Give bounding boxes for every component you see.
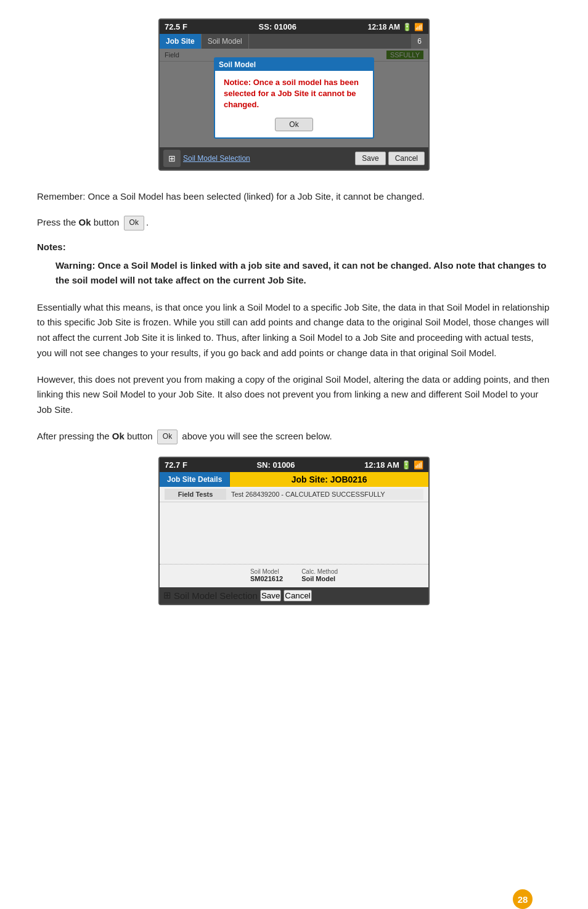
screen1-body: Field SSFULLY Soil Model Notice: Once a … — [160, 49, 428, 147]
screen1-save-button[interactable]: Save — [355, 152, 385, 165]
screen2-grid-icon: ⊞ — [163, 590, 171, 600]
device-screen-2: 72.7 F SN: 01006 12:18 AM 🔋 📶 Job Site D… — [158, 457, 430, 605]
screen2-soil-model-info: Soil Model SM021612 — [250, 568, 283, 582]
modal-ok-button[interactable]: Ok — [275, 118, 312, 131]
screen2-battery-icon: 🔋 — [401, 460, 411, 470]
battery-icon: 🔋 — [402, 23, 412, 31]
warning-text: Warning: Once a Soil Model is linked wit… — [55, 258, 551, 288]
screen2-calc-method-info: Calc. Method Soil Model — [301, 568, 338, 582]
screen2-footer-label[interactable]: Soil Model Selection — [174, 590, 258, 601]
notes-section: Notes: Warning: Once a Soil Model is lin… — [37, 242, 551, 288]
screen2-field-tests-val: Test 268439200 - CALCULATED SUCCESSFULLY — [226, 489, 423, 500]
screen2-temp: 72.7 F — [165, 460, 187, 470]
screen2-signal-icon: 📶 — [414, 460, 423, 470]
screen1-header: 72.5 F SS: 01006 12:18 AM 🔋 📶 — [160, 20, 428, 34]
screen2-job-title: Job Site: JOB0216 — [230, 475, 428, 484]
inline-ok-button-1[interactable]: Ok — [124, 216, 144, 230]
screen2-calc-method-val: Soil Model — [301, 575, 335, 582]
modal-box: Soil Model Notice: Once a soil model has… — [214, 57, 374, 139]
body-para3: However, this does not prevent you from … — [37, 372, 551, 418]
screen1-footer-label[interactable]: Soil Model Selection — [183, 154, 353, 163]
screen1-footer: ⊞ Soil Model Selection Save Cancel — [160, 147, 428, 169]
after-ok-line: After pressing the Ok button Ok above yo… — [37, 429, 551, 444]
screen1-time: 12:18 AM 🔋 📶 — [368, 23, 423, 31]
after-text-after: above you will see the screen below. — [182, 431, 332, 441]
screen1-tabs: Job Site Soil Model 6 — [160, 34, 428, 49]
body-para2: Essentially what this means, is that onc… — [37, 300, 551, 361]
screen2-body: Field Tests Test 268439200 - CALCULATED … — [160, 487, 428, 587]
screen2-bottom-info: Soil Model SM021612 Calc. Method Soil Mo… — [160, 564, 428, 587]
screen2-tab-jobsite[interactable]: Job Site Details — [160, 472, 230, 487]
screen2-time-icons: 12:18 AM 🔋 📶 — [364, 460, 423, 470]
screen2-field-tests-row: Field Tests Test 268439200 - CALCULATED … — [160, 487, 428, 502]
modal-title: Soil Model — [215, 59, 373, 71]
screen1-tab-soilmodel[interactable]: Soil Model — [202, 34, 249, 49]
inline-ok-button-2[interactable]: Ok — [157, 430, 178, 444]
screen2-empty-area — [160, 502, 428, 564]
press-bold: Ok — [79, 217, 91, 227]
signal-icon: 📶 — [414, 23, 423, 31]
screen1-temp: 72.5 F — [165, 22, 187, 31]
modal-overlay: Soil Model Notice: Once a soil model has… — [160, 49, 428, 147]
grid-icon: ⊞ — [168, 153, 176, 163]
screen2-header: 72.7 F SN: 01006 12:18 AM 🔋 📶 — [160, 458, 428, 472]
screen1-center-title: SS: 01006 — [187, 22, 368, 31]
screen2-soil-model-val: SM021612 — [250, 575, 283, 582]
screen1-cancel-button[interactable]: Cancel — [388, 152, 425, 165]
press-text-before: Press the — [37, 217, 79, 227]
screen2-field-tests-label: Field Tests — [165, 489, 226, 500]
after-text-mid: button — [125, 431, 153, 441]
screen2-soil-model-label: Soil Model — [250, 568, 279, 575]
screen2-footer: ⊞ Soil Model Selection Save Cancel — [160, 587, 428, 604]
screen1-tab-right-val: 6 — [411, 34, 428, 49]
device-screen-1: 72.5 F SS: 01006 12:18 AM 🔋 📶 Job Site S… — [158, 18, 430, 171]
modal-message: Notice: Once a soil model has been selec… — [224, 77, 364, 111]
press-text-after: button — [91, 217, 120, 227]
screen2-cancel-button[interactable]: Cancel — [284, 590, 312, 601]
screen2-footer-icon: ⊞ — [163, 590, 171, 601]
screen2-save-button[interactable]: Save — [260, 590, 281, 601]
screen2-tabs: Job Site Details Job Site: JOB0216 — [160, 472, 428, 487]
screen2-time: 12:18 AM — [364, 460, 399, 470]
notes-heading: Notes: — [37, 242, 551, 252]
footer-icon: ⊞ — [163, 150, 181, 167]
screen2-calc-method-label: Calc. Method — [301, 568, 338, 575]
after-bold: Ok — [112, 431, 125, 441]
after-text-before: After pressing the — [37, 431, 112, 441]
page-number: 28 — [513, 889, 533, 909]
body-para1: Remember: Once a Soil Model has been sel… — [37, 189, 551, 204]
screen1-tab-jobsite[interactable]: Job Site — [160, 34, 202, 49]
screen2-center: SN: 01006 — [256, 460, 295, 470]
press-ok-line: Press the Ok button Ok. — [37, 215, 551, 230]
